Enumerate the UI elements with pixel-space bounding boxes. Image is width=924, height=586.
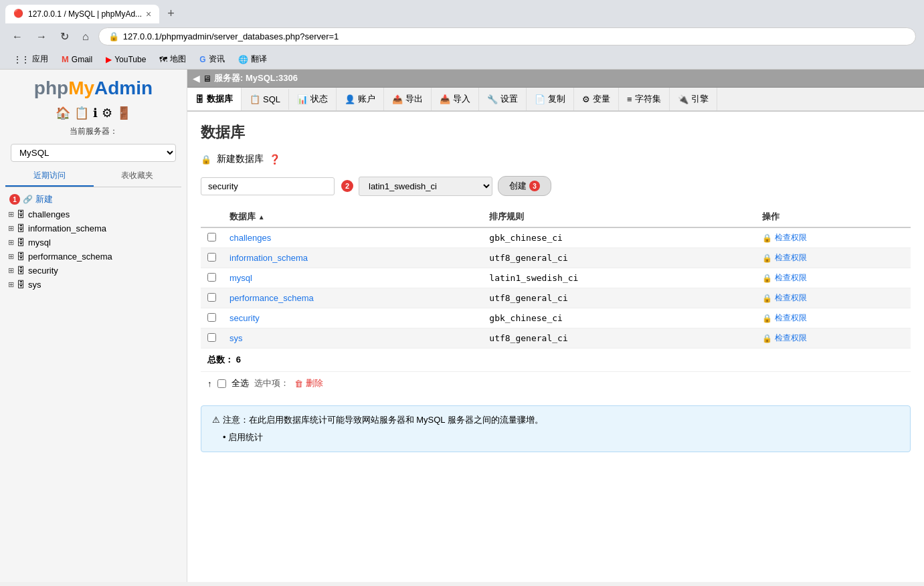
- enable-stats-label: • 启用统计: [223, 432, 263, 442]
- tab-recent[interactable]: 近期访问: [5, 166, 94, 187]
- sidebar-item-mysql[interactable]: ⊞ 🗄 mysql: [5, 235, 181, 250]
- nav-export[interactable]: 📤 导出: [384, 88, 432, 110]
- db-name-input[interactable]: [201, 177, 335, 195]
- address-bar[interactable]: 🔒: [98, 27, 916, 45]
- bookmark-news[interactable]: G 资讯: [194, 52, 229, 66]
- table-row[interactable]: performance_schemautf8_general_ci🔒 检查权限: [201, 288, 911, 308]
- check-rights-link[interactable]: 🔒 检查权限: [762, 292, 904, 304]
- table-row[interactable]: securitygbk_chinese_ci🔒 检查权限: [201, 308, 911, 328]
- nav-status[interactable]: 📊 状态: [289, 88, 337, 110]
- exit-icon[interactable]: 🚪: [116, 106, 131, 120]
- bookmark-maps[interactable]: 🗺 地图: [154, 52, 191, 66]
- new-label: 新建: [35, 193, 53, 205]
- url-input[interactable]: [123, 31, 906, 41]
- db-name-link[interactable]: sys: [229, 333, 243, 343]
- bookmarks-bar: ⋮⋮ 应用 M Gmail ▶ YouTube 🗺 地图 G 资讯 🌐 翻译: [0, 50, 924, 70]
- sidebar-item-information-schema[interactable]: ⊞ 🗄 information_schema: [5, 221, 181, 235]
- check-rights-link[interactable]: 🔒 检查权限: [762, 232, 904, 243]
- row-checkbox[interactable]: [207, 313, 216, 322]
- table-row[interactable]: mysqllatin1_swedish_ci🔒 检查权限: [201, 268, 911, 288]
- tab-favorites[interactable]: 表收藏夹: [94, 166, 182, 187]
- engines-icon: 🔌: [678, 94, 688, 104]
- nav-replication[interactable]: 📄 复制: [527, 88, 574, 110]
- news-icon: G: [199, 55, 205, 64]
- expand-icon: ⊞: [8, 266, 14, 275]
- tree-new-item[interactable]: 1 🔗 新建: [5, 191, 181, 207]
- bookmark-gmail[interactable]: M Gmail: [56, 53, 98, 66]
- settings-icon[interactable]: ⚙: [102, 106, 112, 120]
- home-button[interactable]: ⌂: [78, 28, 93, 45]
- tree-section: 1 🔗 新建 ⊞ 🗄 challenges ⊞ 🗄 information_sc…: [0, 187, 187, 582]
- create-db-label[interactable]: 新建数据库: [217, 153, 264, 165]
- info-icon[interactable]: ℹ: [93, 106, 98, 120]
- check-rights-link[interactable]: 🔒 检查权限: [762, 332, 904, 344]
- back-button[interactable]: ←: [8, 28, 27, 45]
- row-checkbox[interactable]: [207, 253, 216, 262]
- expand-icon: ⊞: [8, 238, 14, 247]
- table-row[interactable]: challengesgbk_chinese_ci🔒 检查权限: [201, 227, 911, 248]
- bookmark-translate[interactable]: 🌐 翻译: [233, 52, 272, 66]
- main-header: ◀ 🖥 服务器: MySQL:3306: [187, 70, 924, 88]
- expand-icon: ⊞: [8, 280, 14, 289]
- sidebar-item-challenges[interactable]: ⊞ 🗄 challenges: [5, 207, 181, 221]
- delete-icon: 🗑: [294, 379, 303, 389]
- nav-settings[interactable]: 🔧 设置: [479, 88, 527, 110]
- row-checkbox[interactable]: [207, 233, 216, 241]
- total-row: 总数： 6: [201, 349, 911, 371]
- nav-label: 设置: [500, 93, 518, 105]
- create-db-button[interactable]: 创建 3: [498, 176, 551, 196]
- nav-import[interactable]: 📥 导入: [432, 88, 479, 110]
- db-name-link[interactable]: mysql: [229, 273, 252, 283]
- check-rights-link[interactable]: 🔒 检查权限: [762, 252, 904, 264]
- home-icon[interactable]: 🏠: [56, 106, 70, 120]
- table-header-database[interactable]: 数据库 ▲: [223, 207, 482, 227]
- row-checkbox[interactable]: [207, 293, 216, 302]
- nav-charsets[interactable]: ≡ 字符集: [619, 88, 670, 110]
- browser-tab[interactable]: 🔴 127.0.0.1 / MySQL | phpMyAd... ×: [5, 5, 159, 23]
- bookmark-youtube[interactable]: ▶ YouTube: [100, 54, 151, 66]
- forward-button[interactable]: →: [32, 28, 51, 45]
- nav-label: 账户: [358, 93, 375, 105]
- bookmark-apps[interactable]: ⋮⋮ 应用: [8, 52, 54, 66]
- check-rights-link[interactable]: 🔒 检查权限: [762, 312, 904, 324]
- tab-favicon: 🔴: [13, 9, 24, 19]
- new-tab-button[interactable]: +: [162, 4, 180, 23]
- nav-databases[interactable]: 🗄 数据库: [187, 88, 242, 112]
- db-name-link[interactable]: information_schema: [229, 253, 308, 263]
- enable-stats-link[interactable]: • 启用统计: [223, 431, 899, 444]
- db-name-link[interactable]: performance_schema: [229, 293, 314, 303]
- nav-engines[interactable]: 🔌 引擎: [670, 88, 717, 110]
- row-checkbox[interactable]: [207, 273, 216, 282]
- warning-icon: ⚠: [212, 415, 220, 425]
- table-row[interactable]: information_schemautf8_general_ci🔒 检查权限: [201, 248, 911, 268]
- sidebar-item-security[interactable]: ⊞ 🗄 security: [5, 264, 181, 278]
- select-all-checkbox[interactable]: [217, 379, 226, 388]
- total-count: 6: [236, 355, 241, 365]
- table-row[interactable]: sysutf8_general_ci🔒 检查权限: [201, 328, 911, 349]
- bookmark-label: YouTube: [114, 55, 146, 64]
- server-label: 当前服务器：: [0, 123, 187, 140]
- db-icon[interactable]: 📋: [74, 106, 89, 120]
- help-icon[interactable]: ❓: [269, 154, 280, 165]
- sidebar-toggle-button[interactable]: ◀: [193, 73, 200, 84]
- sidebar-item-sys[interactable]: ⊞ 🗄 sys: [5, 278, 181, 292]
- row-checkbox[interactable]: [207, 333, 216, 342]
- nav-variables[interactable]: ⚙ 变量: [574, 88, 619, 110]
- delete-button[interactable]: 🗑 删除: [294, 377, 323, 389]
- reload-button[interactable]: ↻: [56, 27, 73, 45]
- db-name-link[interactable]: security: [229, 313, 260, 323]
- main-body: 数据库 🔒 新建数据库 ❓ 2 latin1_swedish_ci utf8_g…: [187, 112, 924, 582]
- server-select[interactable]: MySQL: [11, 144, 176, 162]
- check-rights-link[interactable]: 🔒 检查权限: [762, 272, 904, 284]
- settings-icon: 🔧: [487, 94, 498, 104]
- db-name-link[interactable]: challenges: [229, 233, 271, 243]
- collation-select[interactable]: latin1_swedish_ci utf8_general_ci gbk_ch…: [359, 177, 492, 196]
- tab-close-button[interactable]: ×: [146, 9, 151, 19]
- nav-sql[interactable]: 📋 SQL: [242, 89, 289, 110]
- db-collation: utf8_general_ci: [482, 288, 755, 308]
- bookmark-label: 应用: [32, 54, 48, 65]
- select-all-label[interactable]: 全选: [232, 377, 249, 389]
- nav-accounts[interactable]: 👤 账户: [337, 88, 384, 110]
- sidebar-item-performance-schema[interactable]: ⊞ 🗄 performance_schema: [5, 250, 181, 264]
- main-nav: 🗄 数据库 📋 SQL 📊 状态 👤 账户 📤 导出 📥 导入: [187, 88, 924, 112]
